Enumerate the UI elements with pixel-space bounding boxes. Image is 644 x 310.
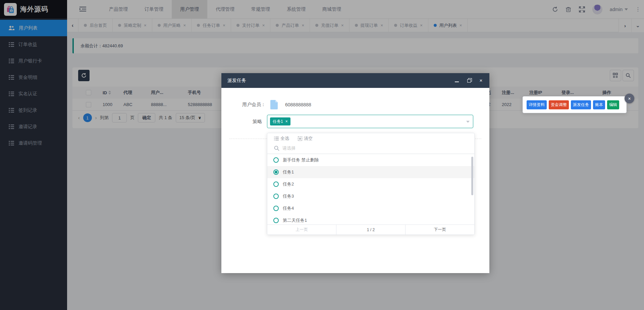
member-label: 用户会员： [242, 102, 266, 108]
radio-checked-icon [273, 169, 279, 175]
scrollbar-thumb[interactable] [471, 157, 473, 195]
tag-label: 任务1 [273, 119, 283, 124]
option-label: 任务2 [283, 181, 294, 187]
popover-close-button[interactable]: × [625, 94, 634, 103]
minimize-icon[interactable] [454, 78, 459, 83]
option-day2-task1[interactable]: 第二天任务1 [267, 214, 474, 224]
maximize-icon[interactable] [467, 78, 471, 83]
edit-button[interactable]: 编辑 [607, 100, 619, 109]
clear-label: 清空 [304, 136, 313, 142]
document-icon [270, 100, 278, 109]
dropdown-next-page[interactable]: 下一页 [405, 225, 474, 235]
detail-info-button[interactable]: 详情资料 [527, 100, 547, 109]
radio-icon [273, 182, 279, 187]
select-all-icon [274, 137, 279, 141]
option-task1[interactable]: 任务1 [267, 166, 474, 178]
dropdown-pager: 上一页 1 / 2 下一页 [267, 224, 474, 235]
modal-title: 派发任务 [227, 78, 454, 84]
dropdown-prev-page[interactable]: 上一页 [267, 225, 336, 235]
option-label: 任务3 [283, 193, 294, 199]
clear-action[interactable]: 清空 [298, 136, 313, 142]
option-label: 任务1 [283, 169, 294, 175]
clear-icon [298, 137, 302, 141]
dropdown-search-input[interactable] [282, 146, 457, 151]
option-label: 任务4 [283, 205, 294, 211]
select-all-action[interactable]: 全选 [274, 136, 289, 142]
strategy-select[interactable]: 任务1 × [267, 115, 473, 128]
close-icon[interactable]: × [479, 78, 483, 83]
option-label: 第二天任务1 [283, 217, 307, 223]
search-icon [274, 146, 279, 151]
option-task2[interactable]: 任务2 [267, 178, 474, 190]
ledger-button[interactable]: 账本 [593, 100, 605, 109]
option-task3[interactable]: 任务3 [267, 190, 474, 202]
actions-expand-caret-icon[interactable] [628, 106, 632, 109]
modal-window-buttons: × [454, 78, 483, 83]
select-caret-icon [466, 121, 470, 123]
modal-titlebar[interactable]: 派发任务 × [221, 73, 489, 88]
funds-adjust-button[interactable]: 资金调整 [549, 100, 569, 109]
member-value: 6088888888 [285, 102, 311, 107]
strategy-label: 策略 [253, 119, 262, 125]
dropdown-toolbar: 全选 清空 [267, 133, 474, 143]
option-task4[interactable]: 任务4 [267, 202, 474, 214]
app-root: $ 海外源码 产品管理 订单管理 用户管理 代理管理 常规管理 系统管理 商城管… [0, 0, 644, 310]
selected-tag: 任务1 × [270, 117, 290, 125]
tag-remove-icon[interactable]: × [285, 119, 288, 124]
radio-icon [273, 157, 279, 163]
dropdown-page-indicator: 1 / 2 [336, 225, 405, 235]
radio-icon [273, 206, 279, 211]
member-field-row: 用户会员： 6088888888 [242, 99, 311, 111]
row-actions-popover: 详情资料 资金调整 派发任务 账本 编辑 [523, 96, 627, 113]
dispatch-task-button[interactable]: 派发任务 [571, 100, 591, 109]
select-all-label: 全选 [280, 136, 289, 142]
radio-icon [273, 218, 279, 223]
dropdown-options: 新手任务 禁止删除 任务1 任务2 任务3 任务4 第二天任务1 [267, 154, 474, 224]
radio-icon [273, 194, 279, 199]
strategy-dropdown-panel: 全选 清空 新手任务 禁止删除 任务1 任务2 任务3 任务4 第二天任务1 上… [267, 133, 475, 235]
option-label: 新手任务 禁止删除 [283, 157, 319, 163]
option-newbie-task[interactable]: 新手任务 禁止删除 [267, 154, 474, 166]
dropdown-search [267, 143, 474, 154]
